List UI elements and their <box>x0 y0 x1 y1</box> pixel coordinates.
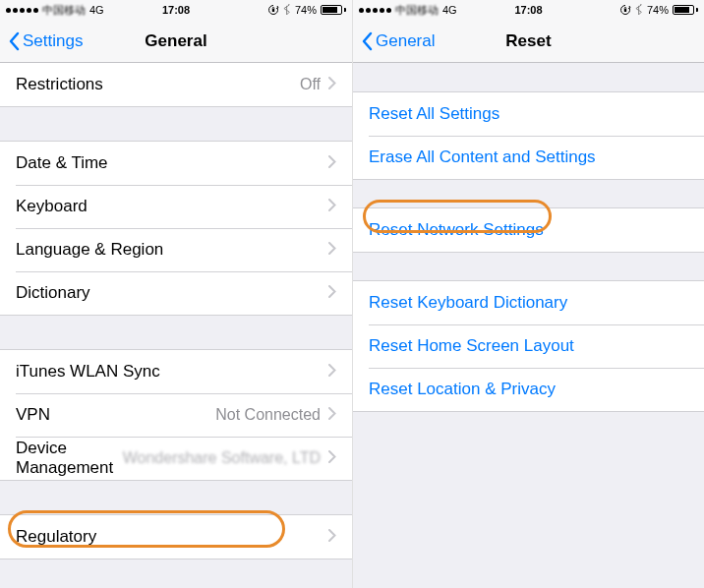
nav-bar: Settings General <box>0 20 352 63</box>
row-label: iTunes WLAN Sync <box>16 362 328 382</box>
status-bar: 中国移动 4G 17:08 74% <box>353 0 704 20</box>
row-detail: Not Connected <box>215 406 321 424</box>
back-label: General <box>376 31 435 51</box>
section-gap <box>353 63 704 92</box>
chevron-right-icon <box>328 448 336 468</box>
chevron-right-icon <box>328 283 336 303</box>
row-label: Reset Home Screen Layout <box>369 336 688 356</box>
row-keyboard[interactable]: Keyboard <box>0 185 352 228</box>
row-restrictions[interactable]: Restrictions Off <box>0 63 352 106</box>
row-label: Restrictions <box>16 75 300 94</box>
row-label: Reset Network Settings <box>369 220 688 240</box>
carrier-label: 中国移动 <box>395 3 439 18</box>
network-label: 4G <box>442 4 457 16</box>
section-gap <box>0 315 352 350</box>
rotation-lock-icon <box>619 4 631 16</box>
status-time: 17:08 <box>162 4 190 16</box>
row-dictionary[interactable]: Dictionary <box>0 271 352 315</box>
section-gap <box>353 411 704 588</box>
battery-pct: 74% <box>295 4 317 16</box>
back-button[interactable]: Settings <box>8 31 83 51</box>
chevron-right-icon <box>328 405 336 425</box>
phone-general: 中国移动 4G 17:08 74% Settings General Restr… <box>0 0 352 588</box>
battery-icon <box>673 5 698 15</box>
row-label: Language & Region <box>16 240 328 260</box>
network-label: 4G <box>89 4 104 16</box>
row-label: Date & Time <box>16 153 328 173</box>
page-title: Reset <box>505 31 551 51</box>
bluetooth-icon <box>283 4 291 16</box>
chevron-right-icon <box>328 240 336 260</box>
row-label: Erase All Content and Settings <box>369 147 688 167</box>
row-vpn[interactable]: VPN Not Connected <box>0 393 352 437</box>
chevron-left-icon <box>8 31 20 51</box>
row-itunes-wlan[interactable]: iTunes WLAN Sync <box>0 350 352 393</box>
row-label: Reset Location & Privacy <box>369 380 688 399</box>
back-button[interactable]: General <box>361 31 435 51</box>
row-device-management[interactable]: Device Management Wondershare Software, … <box>0 437 352 480</box>
chevron-right-icon <box>328 197 336 216</box>
chevron-left-icon <box>361 31 373 51</box>
section-gap <box>353 252 704 281</box>
carrier-label: 中国移动 <box>42 3 86 18</box>
row-reset-keyboard-dictionary[interactable]: Reset Keyboard Dictionary <box>353 281 704 324</box>
svg-rect-1 <box>624 9 626 12</box>
row-reset-network-settings[interactable]: Reset Network Settings <box>353 208 704 252</box>
chevron-right-icon <box>328 75 336 94</box>
row-erase-all-content[interactable]: Erase All Content and Settings <box>353 136 704 179</box>
row-label: Reset Keyboard Dictionary <box>369 293 688 313</box>
chevron-right-icon <box>328 153 336 173</box>
chevron-right-icon <box>328 527 336 547</box>
status-time: 17:08 <box>514 4 542 16</box>
battery-icon <box>321 5 346 15</box>
row-detail: Off <box>300 76 321 93</box>
reset-table[interactable]: Reset All Settings Erase All Content and… <box>353 63 704 588</box>
section-gap <box>0 106 352 142</box>
signal-dots-icon <box>6 8 38 13</box>
back-label: Settings <box>23 31 83 51</box>
status-bar: 中国移动 4G 17:08 74% <box>0 0 352 20</box>
rotation-lock-icon <box>267 4 279 16</box>
chevron-right-icon <box>328 362 336 382</box>
row-detail: Wondershare Software, LTD <box>123 449 321 467</box>
signal-dots-icon <box>359 8 391 13</box>
row-regulatory[interactable]: Regulatory <box>0 515 352 559</box>
page-title: General <box>145 31 206 51</box>
row-label: Reset All Settings <box>369 104 688 124</box>
row-reset-home-screen[interactable]: Reset Home Screen Layout <box>353 324 704 368</box>
section-gap <box>353 179 704 208</box>
section-gap <box>0 559 352 588</box>
phone-reset: 中国移动 4G 17:08 74% General Reset Reset Al… <box>352 0 704 588</box>
row-label: Keyboard <box>16 197 328 216</box>
row-label: Dictionary <box>16 283 328 303</box>
row-date-time[interactable]: Date & Time <box>0 142 352 185</box>
row-label: Device Management <box>16 439 123 478</box>
bluetooth-icon <box>635 4 643 16</box>
section-gap <box>0 480 352 515</box>
row-language-region[interactable]: Language & Region <box>0 228 352 271</box>
svg-rect-0 <box>272 9 274 12</box>
row-reset-location-privacy[interactable]: Reset Location & Privacy <box>353 368 704 411</box>
nav-bar: General Reset <box>353 20 704 63</box>
battery-pct: 74% <box>647 4 669 16</box>
row-label: VPN <box>16 405 215 425</box>
row-reset-all-settings[interactable]: Reset All Settings <box>353 92 704 136</box>
row-label: Regulatory <box>16 527 328 547</box>
settings-table[interactable]: Restrictions Off Date & Time Keyboard La… <box>0 63 352 588</box>
